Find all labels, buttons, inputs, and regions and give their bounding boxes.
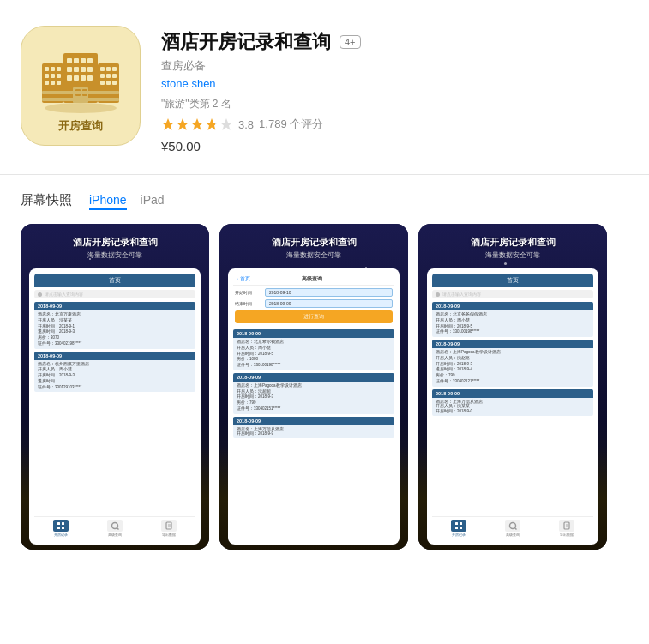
svg-rect-37 bbox=[112, 81, 117, 85]
screenshots-section: 屏幕快照 iPhone iPad 酒店开房记录和查询 海量数据安全可靠 首页 bbox=[0, 175, 649, 567]
svg-rect-10 bbox=[87, 67, 93, 72]
age-badge: 4+ bbox=[340, 35, 361, 49]
svg-rect-6 bbox=[87, 58, 93, 63]
svg-rect-26 bbox=[51, 81, 55, 85]
svg-point-58 bbox=[509, 523, 515, 529]
app-title-row: 酒店开房记录和查询 4+ bbox=[161, 29, 628, 55]
svg-rect-36 bbox=[106, 81, 111, 85]
svg-rect-23 bbox=[51, 74, 55, 78]
svg-rect-24 bbox=[57, 74, 61, 78]
rating-row: 3.8 1,789 个评分 bbox=[161, 117, 628, 132]
tab-ipad[interactable]: iPad bbox=[141, 193, 165, 210]
svg-rect-22 bbox=[45, 74, 49, 78]
star-2 bbox=[176, 117, 189, 131]
app-icon: 开房查询 bbox=[21, 26, 141, 146]
svg-rect-33 bbox=[106, 74, 111, 78]
svg-marker-40 bbox=[162, 118, 174, 130]
ss2-phone: ‹ 首页 高级查询 开始时间 2018-09-10 结束时间 2018-09-0… bbox=[228, 268, 400, 545]
svg-rect-20 bbox=[51, 67, 55, 71]
tab-iphone[interactable]: iPhone bbox=[89, 193, 127, 210]
svg-line-50 bbox=[117, 528, 118, 530]
svg-rect-31 bbox=[112, 67, 117, 71]
device-tabs: iPhone iPad bbox=[89, 193, 165, 210]
svg-rect-30 bbox=[106, 67, 111, 71]
svg-rect-38 bbox=[42, 91, 119, 94]
screenshot-3: 酒店开房记录和查询 海量数据安全可靠 首页 请点击输入查询内容 2018-09-… bbox=[418, 224, 607, 550]
ss3-phone: 首页 请点击输入查询内容 2018-09-09 酒店名：北京爸爸假假酒店 开房人… bbox=[427, 268, 598, 545]
svg-rect-11 bbox=[67, 75, 72, 81]
rating-count: 1,789 个评分 bbox=[259, 117, 323, 132]
svg-rect-5 bbox=[81, 58, 86, 63]
svg-rect-9 bbox=[81, 67, 86, 72]
rating-value: 3.8 bbox=[238, 118, 254, 131]
svg-marker-44 bbox=[220, 118, 232, 130]
svg-rect-54 bbox=[455, 522, 458, 525]
ss2-title-area: 酒店开房记录和查询 海量数据安全可靠 bbox=[219, 224, 408, 263]
star-5-empty bbox=[219, 117, 233, 131]
app-category: "旅游"类第 2 名 bbox=[161, 97, 628, 111]
ss1-title-area: 酒店开房记录和查询 海量数据安全可靠 bbox=[21, 224, 209, 263]
app-icon-svg bbox=[38, 38, 123, 115]
app-subtitle: 查房必备 bbox=[161, 58, 628, 74]
svg-point-1 bbox=[45, 103, 117, 113]
screenshot-1: 酒店开房记录和查询 海量数据安全可靠 首页 请点击输入查询内容 2018-09-… bbox=[21, 224, 209, 550]
svg-rect-7 bbox=[67, 67, 72, 72]
svg-rect-48 bbox=[62, 527, 64, 529]
svg-marker-41 bbox=[177, 118, 189, 130]
svg-rect-3 bbox=[67, 58, 72, 63]
svg-rect-21 bbox=[57, 67, 61, 71]
svg-rect-46 bbox=[62, 522, 64, 525]
svg-line-59 bbox=[514, 528, 516, 530]
svg-marker-42 bbox=[191, 118, 203, 130]
svg-rect-45 bbox=[57, 522, 60, 525]
svg-rect-56 bbox=[455, 527, 458, 529]
svg-rect-57 bbox=[460, 527, 462, 529]
screenshots-label: 屏幕快照 bbox=[21, 192, 72, 208]
star-rating bbox=[161, 117, 233, 131]
app-developer[interactable]: stone shen bbox=[161, 77, 628, 90]
svg-rect-51 bbox=[166, 522, 171, 529]
svg-point-49 bbox=[111, 523, 117, 529]
star-3 bbox=[190, 117, 204, 131]
ss3-title-area: 酒店开房记录和查询 海量数据安全可靠 bbox=[418, 224, 607, 263]
svg-rect-14 bbox=[87, 75, 93, 81]
app-header: 开房查询 酒店开房记录和查询 4+ 查房必备 stone shen "旅游"类第… bbox=[0, 0, 649, 175]
screenshots-row: 酒店开房记录和查询 海量数据安全可靠 首页 请点击输入查询内容 2018-09-… bbox=[21, 224, 628, 550]
svg-rect-60 bbox=[564, 522, 569, 529]
star-1 bbox=[161, 117, 175, 131]
app-icon-label: 开房查询 bbox=[58, 118, 103, 134]
app-info: 酒店开房记录和查询 4+ 查房必备 stone shen "旅游"类第 2 名 … bbox=[161, 26, 628, 153]
svg-rect-55 bbox=[460, 522, 462, 525]
screenshot-2: 酒店开房记录和查询 海量数据安全可靠 ‹ 首页 高级查询 开始时间 2018-0… bbox=[219, 224, 408, 550]
svg-rect-19 bbox=[45, 67, 49, 71]
svg-rect-39 bbox=[42, 98, 119, 101]
svg-rect-27 bbox=[57, 81, 61, 85]
app-price: ¥50.00 bbox=[161, 139, 628, 153]
svg-rect-35 bbox=[100, 81, 105, 85]
svg-rect-34 bbox=[112, 74, 117, 78]
svg-rect-12 bbox=[74, 75, 79, 81]
svg-rect-47 bbox=[57, 527, 60, 529]
star-4-half bbox=[205, 117, 219, 131]
svg-marker-43 bbox=[206, 118, 218, 130]
ss1-phone: 首页 请点击输入查询内容 2018-09-09 酒店名：北京万豪酒店 开房人员：… bbox=[29, 268, 201, 545]
svg-rect-29 bbox=[100, 67, 105, 71]
svg-rect-4 bbox=[74, 58, 79, 63]
svg-rect-25 bbox=[45, 81, 49, 85]
app-title: 酒店开房记录和查询 bbox=[161, 29, 331, 55]
screenshots-header: 屏幕快照 iPhone iPad bbox=[21, 192, 628, 210]
svg-rect-32 bbox=[100, 74, 105, 78]
svg-rect-13 bbox=[81, 75, 86, 81]
svg-rect-8 bbox=[74, 67, 79, 72]
